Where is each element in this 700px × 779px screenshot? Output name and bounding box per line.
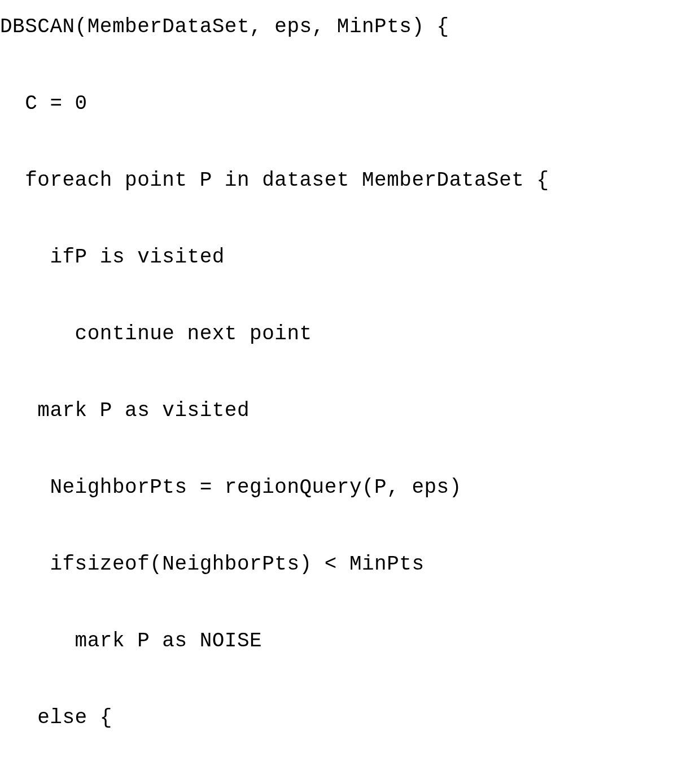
code-line: NeighborPts = regionQuery(P, eps) (0, 478, 700, 498)
code-line: foreach point P in dataset MemberDataSet… (0, 170, 700, 191)
code-line: ifP is visited (0, 247, 700, 268)
code-block: DBSCAN(MemberDataSet, eps, MinPts) { C =… (0, 0, 700, 728)
code-line: DBSCAN(MemberDataSet, eps, MinPts) { (0, 17, 700, 37)
code-line: ifsizeof(NeighborPts) < MinPts (0, 554, 700, 575)
code-line: else { (0, 708, 700, 728)
code-line: mark P as NOISE (0, 631, 700, 651)
code-line: C = 0 (0, 94, 700, 114)
code-line: mark P as visited (0, 401, 700, 421)
code-line: continue next point (0, 324, 700, 344)
